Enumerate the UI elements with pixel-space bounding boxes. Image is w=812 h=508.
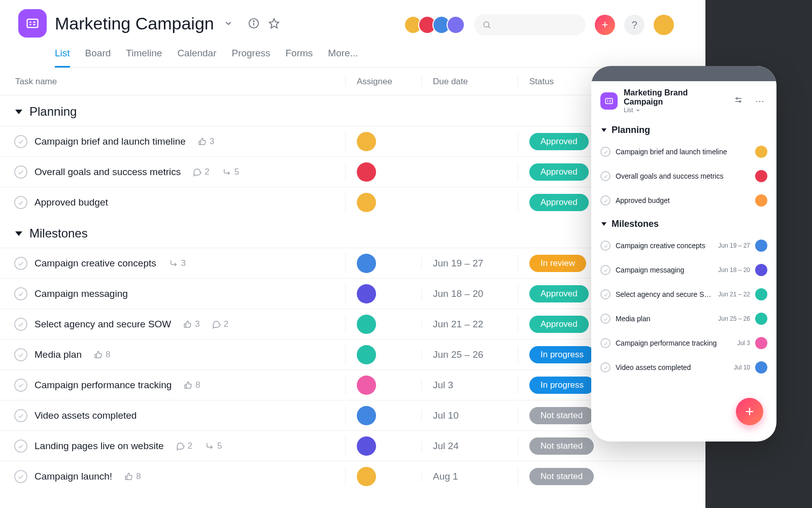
complete-checkbox[interactable] (14, 439, 27, 453)
mobile-task-row[interactable]: Approved budget (591, 188, 776, 213)
mobile-complete-checkbox[interactable] (600, 195, 611, 206)
mobile-assignee-avatar[interactable] (755, 288, 767, 300)
mobile-complete-checkbox[interactable] (600, 289, 611, 299)
mobile-section-header[interactable]: Planning (591, 119, 776, 140)
mobile-assignee-avatar[interactable] (755, 240, 767, 252)
status-badge[interactable]: Not started (529, 437, 594, 455)
mobile-assignee-avatar[interactable] (755, 361, 767, 374)
like-count[interactable]: 8 (94, 350, 110, 360)
mobile-complete-checkbox[interactable] (600, 314, 611, 324)
due-date[interactable]: Jun 25 – 26 (433, 349, 483, 360)
due-date[interactable]: Jul 10 (433, 410, 459, 421)
tab-list[interactable]: List (55, 44, 70, 67)
help-button[interactable]: ? (624, 15, 645, 35)
mobile-assignee-avatar[interactable] (755, 337, 767, 349)
tab-board[interactable]: Board (85, 44, 111, 67)
tab-more[interactable]: More... (328, 44, 358, 67)
mobile-add-button[interactable]: + (736, 398, 763, 425)
status-badge[interactable]: Approved (529, 133, 589, 150)
comment-count[interactable]: 2 (176, 441, 192, 451)
mobile-assignee-avatar[interactable] (755, 146, 767, 158)
due-date[interactable]: Jul 24 (433, 441, 459, 452)
like-count[interactable]: 3 (183, 319, 199, 329)
mobile-complete-checkbox[interactable] (600, 171, 611, 181)
assignee-avatar[interactable] (357, 406, 376, 425)
mobile-task-row[interactable]: Campaign performance trackingJul 3 (591, 331, 776, 355)
tab-forms[interactable]: Forms (286, 44, 313, 67)
due-date[interactable]: Jul 3 (433, 380, 453, 391)
mobile-complete-checkbox[interactable] (600, 265, 611, 275)
mobile-more-icon[interactable]: ⋯ (752, 95, 767, 107)
mobile-task-row[interactable]: Campaign messagingJun 18 – 20 (591, 258, 776, 282)
col-assignee[interactable]: Assignee (345, 77, 421, 87)
mobile-view-selector[interactable]: List (624, 107, 633, 114)
status-badge[interactable]: In progress (529, 377, 595, 394)
info-icon[interactable] (248, 17, 260, 29)
tab-calendar[interactable]: Calendar (177, 44, 216, 67)
assignee-avatar[interactable] (357, 315, 376, 334)
status-badge[interactable]: Not started (529, 407, 594, 424)
like-count[interactable]: 8 (184, 380, 200, 390)
due-date[interactable]: Jun 18 – 20 (433, 288, 483, 299)
mobile-assignee-avatar[interactable] (755, 313, 767, 325)
assignee-avatar[interactable] (357, 162, 376, 182)
tab-progress[interactable]: Progress (231, 44, 270, 67)
mobile-complete-checkbox[interactable] (600, 362, 611, 372)
task-row[interactable]: Campaign launch! 8Aug 1Not started (0, 461, 705, 491)
mobile-complete-checkbox[interactable] (600, 241, 611, 251)
complete-checkbox[interactable] (14, 165, 27, 179)
complete-checkbox[interactable] (14, 135, 27, 148)
mobile-assignee-avatar[interactable] (755, 264, 767, 276)
status-badge[interactable]: Approved (529, 285, 589, 302)
like-count[interactable]: 8 (124, 471, 141, 482)
mobile-task-row[interactable]: Media planJun 25 – 26 (591, 307, 776, 331)
comment-count[interactable]: 2 (193, 167, 209, 177)
complete-checkbox[interactable] (14, 348, 27, 361)
mobile-assignee-avatar[interactable] (755, 194, 767, 207)
subtask-count[interactable]: 3 (168, 258, 186, 268)
comment-count[interactable]: 2 (212, 319, 228, 329)
mobile-task-row[interactable]: Campaign brief and launch timeline (591, 140, 776, 164)
tab-timeline[interactable]: Timeline (126, 44, 162, 67)
due-date[interactable]: Jun 21 – 22 (433, 319, 483, 330)
search-input[interactable] (474, 14, 586, 36)
assignee-avatar[interactable] (357, 193, 376, 212)
complete-checkbox[interactable] (14, 196, 27, 209)
mobile-complete-checkbox[interactable] (600, 338, 611, 348)
user-avatar[interactable] (654, 15, 674, 35)
complete-checkbox[interactable] (14, 409, 27, 422)
status-badge[interactable]: Approved (529, 163, 589, 181)
complete-checkbox[interactable] (14, 470, 27, 483)
mobile-task-row[interactable]: Campaign creative conceptsJun 19 – 27 (591, 233, 776, 258)
mobile-task-row[interactable]: Video assets completedJul 10 (591, 355, 776, 380)
col-due[interactable]: Due date (421, 77, 518, 87)
assignee-avatar[interactable] (357, 284, 376, 303)
mobile-assignee-avatar[interactable] (755, 170, 767, 182)
status-badge[interactable]: In review (529, 255, 586, 272)
complete-checkbox[interactable] (14, 257, 27, 270)
like-count[interactable]: 3 (198, 137, 214, 147)
complete-checkbox[interactable] (14, 379, 27, 392)
assignee-avatar[interactable] (357, 376, 376, 395)
mobile-complete-checkbox[interactable] (600, 147, 611, 157)
assignee-avatar[interactable] (357, 345, 376, 364)
col-task[interactable]: Task name (0, 77, 345, 87)
due-date[interactable]: Aug 1 (433, 471, 458, 482)
status-badge[interactable]: In progress (529, 346, 595, 363)
complete-checkbox[interactable] (14, 287, 27, 300)
mobile-section-header[interactable]: Milestones (591, 213, 776, 233)
status-badge[interactable]: Not started (529, 468, 594, 485)
assignee-avatar[interactable] (357, 467, 376, 486)
subtask-count[interactable]: 5 (222, 167, 239, 177)
status-badge[interactable]: Approved (529, 316, 589, 333)
complete-checkbox[interactable] (14, 318, 27, 331)
member-avatar[interactable] (447, 16, 465, 34)
subtask-count[interactable]: 5 (205, 441, 222, 451)
assignee-avatar[interactable] (357, 132, 376, 151)
mobile-task-row[interactable]: Overall goals and success metrics (591, 164, 776, 188)
project-title[interactable]: Marketing Campaign (55, 14, 214, 33)
mobile-task-row[interactable]: Select agency and secure SOWJun 21 – 22 (591, 282, 776, 307)
status-badge[interactable]: Approved (529, 194, 589, 211)
due-date[interactable]: Jun 19 – 27 (433, 258, 483, 269)
mobile-filter-icon[interactable] (731, 95, 746, 107)
